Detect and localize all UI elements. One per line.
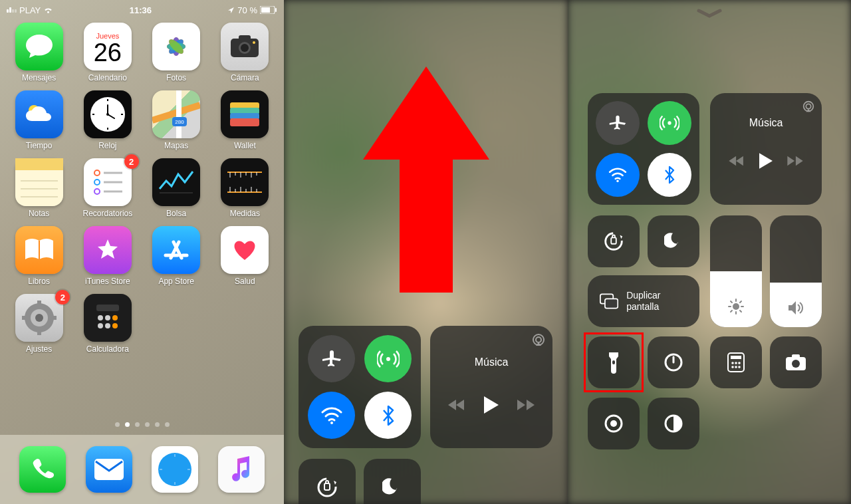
screen-record-button[interactable] [588,398,640,449]
signal-icon [7,7,17,13]
media-module[interactable]: Música [710,93,822,205]
app-books[interactable]: Libros [12,226,66,286]
svg-point-119 [610,420,617,427]
bluetooth-toggle[interactable] [648,153,691,197]
connectivity-module[interactable] [299,326,421,448]
volume-icon [770,301,822,315]
app-stocks[interactable]: Bolsa [150,158,203,218]
app-maps[interactable]: 280 Mapas [150,90,203,150]
svg-point-73 [112,315,118,320]
svg-rect-65 [37,331,41,335]
next-track-icon[interactable] [517,398,535,412]
svg-point-71 [98,323,103,328]
battery-icon [260,6,277,14]
wifi-icon [43,7,53,14]
cellular-data-toggle[interactable] [648,101,691,145]
svg-point-76 [158,453,191,486]
app-weather[interactable]: Tiempo [12,90,66,150]
svg-rect-108 [731,356,741,359]
svg-rect-75 [94,459,124,480]
airplane-mode-toggle[interactable] [596,101,640,145]
app-measure[interactable]: Medidas [218,158,272,218]
dock-phone[interactable] [19,446,66,493]
airplane-mode-toggle[interactable] [308,335,355,382]
svg-point-93 [733,303,739,310]
camera-button[interactable] [770,336,822,388]
dnd-toggle[interactable] [648,215,699,267]
accessibility-contrast-button[interactable] [648,398,699,449]
dock-mail[interactable] [86,446,132,493]
highlight-flashlight [584,332,644,392]
app-wallet[interactable]: Wallet [218,90,272,150]
brightness-slider[interactable] [710,215,762,327]
app-notes[interactable]: Notas [12,158,66,218]
app-camera[interactable]: Cámara [218,23,272,82]
svg-line-100 [731,311,732,312]
svg-point-36 [94,180,100,185]
battery-pct: 70 % [237,5,257,15]
airplay-icon[interactable] [531,332,546,347]
app-clock[interactable]: Reloj [80,90,134,150]
clock-label: 11:36 [130,5,152,15]
app-calculator[interactable]: Calculadora [80,294,134,354]
app-itunes-store[interactable]: iTunes Store [80,226,134,286]
svg-rect-68 [96,305,119,311]
wifi-toggle[interactable] [308,392,355,439]
app-messages[interactable]: Mensajes [12,23,66,82]
svg-point-114 [738,366,741,368]
svg-text:280: 280 [175,119,184,125]
calculator-button[interactable] [710,336,762,388]
badge: 2 [55,290,70,305]
svg-rect-86 [324,483,330,490]
svg-point-37 [94,189,100,194]
prev-track-icon[interactable] [448,398,465,412]
app-appstore[interactable]: App Store [150,226,203,286]
app-grid: Mensajes Jueves 26 Calendario Fotos Cáma… [0,23,284,354]
svg-rect-103 [605,299,618,308]
play-icon[interactable] [484,396,499,414]
airplay-icon[interactable] [802,100,815,113]
app-settings[interactable]: 2 Ajustes [12,294,66,354]
chevron-down-icon[interactable] [696,8,723,20]
dock-music[interactable] [218,446,265,493]
swipe-up-panel: Música [284,0,568,504]
dnd-toggle[interactable] [364,459,421,504]
svg-point-113 [735,366,737,368]
swipe-up-arrow-icon [363,66,489,293]
rotation-lock-toggle[interactable] [299,459,356,504]
control-center-panel: Música Duplicar pantalla [568,0,851,504]
connectivity-module[interactable] [588,93,699,205]
svg-rect-116 [792,354,800,358]
location-icon [227,7,235,14]
bluetooth-toggle[interactable] [364,392,412,439]
app-calendar[interactable]: Jueves 26 Calendario [80,23,134,82]
play-icon[interactable] [759,153,773,169]
svg-rect-31 [15,158,63,170]
timer-button[interactable] [648,336,699,388]
screen-mirror-label: Duplicar pantalla [626,290,687,313]
volume-slider[interactable] [770,215,822,327]
next-track-icon[interactable] [787,155,803,167]
svg-rect-92 [611,237,616,243]
svg-point-87 [668,121,671,124]
svg-point-111 [738,362,741,364]
dock [0,435,284,504]
app-reminders[interactable]: 2 Recordatorios [80,158,134,218]
cellular-data-toggle[interactable] [364,335,412,382]
svg-point-81 [386,357,390,361]
svg-rect-66 [22,316,26,320]
homescreen-panel: PLAY 11:36 70 % Mensajes Jueves 26 Calen… [0,0,284,504]
screen-mirror-icon [600,293,618,310]
dock-safari[interactable] [152,446,198,493]
media-module[interactable]: Música [430,326,552,448]
rotation-lock-toggle[interactable] [588,215,640,267]
screen-mirror-button[interactable]: Duplicar pantalla [588,275,699,327]
svg-rect-67 [53,316,57,320]
brightness-icon [710,298,762,315]
page-indicator[interactable] [0,422,284,427]
prev-track-icon[interactable] [729,155,745,167]
app-health[interactable]: Salud [218,226,272,286]
svg-point-117 [792,360,800,368]
app-photos[interactable]: Fotos [150,23,203,82]
wifi-toggle[interactable] [596,153,640,197]
